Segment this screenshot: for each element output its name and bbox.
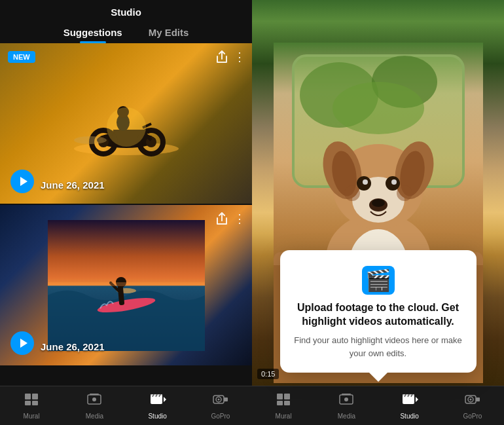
right-panel: Upload footage to the cloud. Get highlig… <box>252 0 504 425</box>
studio-label-left: Studio <box>148 413 166 420</box>
card-1-actions: ⋮ <box>215 50 245 67</box>
tab-my-edits[interactable]: My Edits <box>135 23 202 43</box>
svg-rect-66 <box>277 394 283 399</box>
play-icon-1 <box>19 176 28 187</box>
right-bottom-nav: Mural Media <box>252 386 504 425</box>
svg-point-72 <box>344 397 348 401</box>
studio-label-right: Studio <box>400 413 418 420</box>
tooltip-body: Find your auto highlight videos here or … <box>293 334 463 360</box>
nav-media-right[interactable]: Media <box>315 386 378 425</box>
svg-rect-24 <box>25 394 31 399</box>
left-bottom-nav: Mural Media <box>0 386 252 425</box>
gopro-label-left: GoPro <box>211 413 230 420</box>
svg-marker-78 <box>416 397 418 402</box>
clapper-tooltip-icon <box>362 266 395 295</box>
svg-point-58 <box>363 179 368 185</box>
svg-point-59 <box>391 179 397 185</box>
tooltip-popup: Upload footage to the cloud. Get highlig… <box>280 250 477 373</box>
svg-rect-38 <box>224 397 228 401</box>
date-label-1: June 26, 2021 <box>41 179 105 191</box>
new-badge: NEW <box>8 51 35 63</box>
studio-header: Studio Suggestions My Edits <box>0 0 252 43</box>
mural-label-right: Mural <box>276 413 292 420</box>
nav-gopro-left[interactable]: GoPro <box>189 386 252 425</box>
gopro-label-right: GoPro <box>463 413 482 420</box>
video-card-1[interactable]: NEW ⋮ June 26, 2021 <box>0 43 252 204</box>
svg-rect-68 <box>277 401 283 405</box>
header-title: Studio <box>0 7 252 18</box>
svg-point-61 <box>372 199 385 207</box>
svg-point-62 <box>344 185 360 201</box>
nav-mural-right[interactable]: Mural <box>252 386 315 425</box>
svg-rect-67 <box>284 394 290 399</box>
svg-rect-71 <box>342 394 351 395</box>
svg-point-13 <box>74 136 107 144</box>
studio-icon-left <box>149 392 166 411</box>
studio-icon-right <box>401 392 418 411</box>
left-panel: Studio Suggestions My Edits <box>0 0 252 425</box>
svg-rect-25 <box>32 394 38 399</box>
play-button-2[interactable] <box>10 331 34 355</box>
tooltip-title: Upload footage to the cloud. Get highlig… <box>293 301 463 329</box>
mural-icon-left <box>24 392 39 411</box>
svg-rect-29 <box>90 394 99 395</box>
svg-marker-36 <box>164 397 166 402</box>
share-button-2[interactable] <box>215 212 228 229</box>
video-thumbnail-1 <box>0 43 252 204</box>
mural-label-left: Mural <box>24 413 40 420</box>
more-button-1[interactable]: ⋮ <box>234 50 245 67</box>
media-label-left: Media <box>86 413 103 420</box>
nav-studio-right[interactable]: Studio <box>378 386 441 425</box>
nav-gopro-right[interactable]: GoPro <box>441 386 504 425</box>
gopro-icon-left <box>212 392 229 411</box>
nav-media-left[interactable]: Media <box>63 386 126 425</box>
gopro-icon-right <box>464 392 481 411</box>
moto-silhouette <box>54 91 198 157</box>
svg-point-45 <box>333 82 424 134</box>
video-thumbnail-2 <box>0 205 252 365</box>
play-button-1[interactable] <box>10 170 34 193</box>
svg-rect-27 <box>32 401 38 405</box>
tab-suggestions[interactable]: Suggestions <box>50 23 135 43</box>
play-icon-2 <box>19 338 28 348</box>
svg-marker-23 <box>20 339 27 348</box>
nav-studio-left[interactable]: Studio <box>126 386 189 425</box>
svg-point-12 <box>107 107 146 147</box>
svg-rect-15 <box>48 220 205 292</box>
timestamp-badge: 0:15 <box>257 369 279 379</box>
svg-rect-22 <box>48 282 205 286</box>
date-label-2: June 26, 2021 <box>41 341 105 352</box>
svg-point-63 <box>397 185 412 201</box>
svg-marker-14 <box>20 177 27 186</box>
svg-point-30 <box>92 397 96 401</box>
svg-rect-26 <box>25 401 31 405</box>
svg-point-40 <box>217 398 219 400</box>
mural-icon-right <box>276 392 291 411</box>
share-button-1[interactable] <box>215 50 228 67</box>
card-2-actions: ⋮ <box>215 212 245 229</box>
suggestions-list: NEW ⋮ June 26, 2021 <box>0 43 252 386</box>
media-icon-right <box>338 392 354 411</box>
media-icon-left <box>86 392 102 411</box>
nav-mural-left[interactable]: Mural <box>0 386 63 425</box>
svg-rect-69 <box>284 401 290 405</box>
media-label-right: Media <box>338 413 355 420</box>
svg-point-82 <box>469 398 471 400</box>
surf-scene <box>48 220 205 351</box>
video-card-2[interactable]: ⋮ June 26, 2021 <box>0 205 252 365</box>
more-button-2[interactable]: ⋮ <box>234 212 245 229</box>
svg-rect-80 <box>476 397 480 401</box>
tab-bar: Suggestions My Edits <box>0 23 252 43</box>
